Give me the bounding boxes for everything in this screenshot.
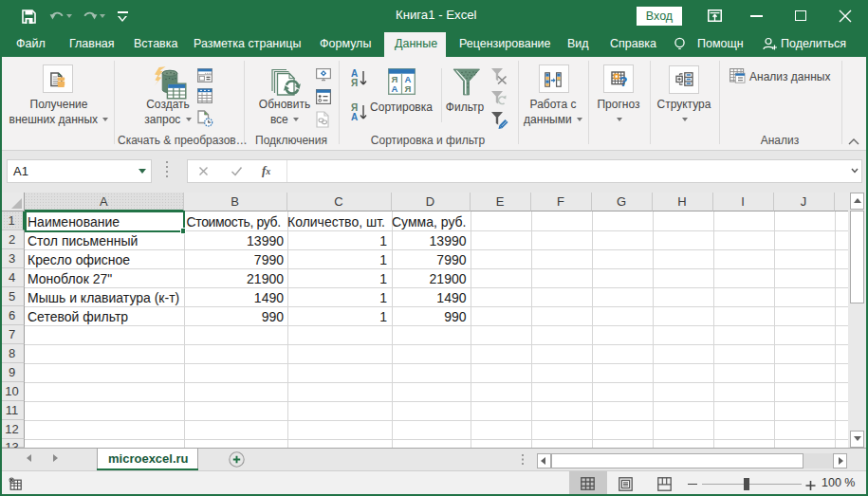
svg-text:Я: Я (351, 78, 358, 88)
svg-text:Я: Я (405, 83, 412, 94)
svg-text:?: ? (619, 74, 628, 89)
svg-text:А: А (351, 112, 358, 122)
svg-text:А: А (392, 83, 398, 94)
